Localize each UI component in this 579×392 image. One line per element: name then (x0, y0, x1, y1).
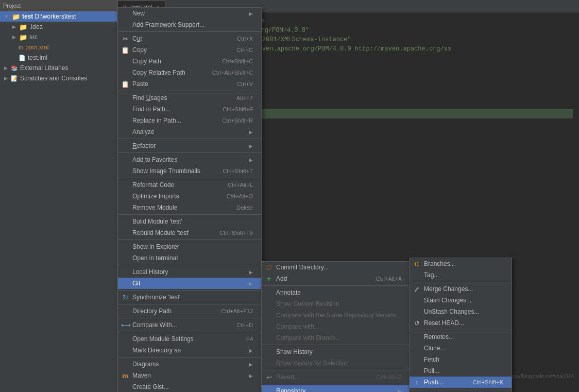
sidebar-item-src[interactable]: ▶ 📁 src (0, 32, 117, 42)
menu-item-synchronize[interactable]: ↻ Synchronize 'test' (118, 292, 261, 303)
menu-item-add-favorites[interactable]: Add to Favorites ▶ (118, 154, 261, 165)
menu-sep-9 (118, 290, 261, 291)
menu-item-find-path[interactable]: Find in Path... Ctrl+Shift+F (118, 104, 261, 115)
menu-item-copy[interactable]: 📋 Copy Ctrl+C (118, 44, 261, 56)
menu-label-replace-path: Replace in Path... (132, 117, 212, 124)
menu-label-show-image: Show Image Thumbnails (132, 167, 212, 175)
menu-item-reset-head[interactable]: ↺ Reset HEAD... (410, 317, 512, 329)
menu-shortcut-copy-path: Ctrl+Shift+C (222, 58, 253, 64)
menu-item-revert: ↩ Revert... Ctrl+Alt+Z (262, 371, 410, 383)
menu-item-compare-with[interactable]: ⟷ Compare With... Ctrl+D (118, 319, 261, 331)
sidebar-header: Project (0, 0, 117, 11)
menu-label-copy: Copy (132, 46, 227, 54)
paste-icon: 📋 (121, 80, 129, 88)
menu-item-tag[interactable]: Tag... (410, 269, 512, 281)
menu-item-stash-changes[interactable]: Stash Changes... (410, 295, 512, 306)
menu-item-rebuild-module[interactable]: Rebuild Module 'test' Ctrl+Shift+F9 (118, 227, 261, 238)
sidebar-item-idea[interactable]: ▶ 📁 .idea (0, 22, 117, 32)
menu-item-commit-dir[interactable]: ⬡ Commit Directory... (262, 262, 410, 273)
menu-item-repository[interactable]: Repository ▶ (262, 385, 410, 392)
menu-label-push: Push... (424, 379, 463, 386)
menu-item-remotes[interactable]: Remotes... (410, 331, 512, 343)
menu-item-pull[interactable]: Pull... (410, 365, 512, 377)
menu-shortcut-rebuild-module: Ctrl+Shift+F9 (219, 230, 253, 236)
menu-item-annotate[interactable]: Annotate (262, 287, 410, 298)
menu-item-merge-changes[interactable]: ⑇ Merge Changes... (410, 283, 512, 295)
sidebar-label-test: test D:\workers\test (22, 13, 76, 20)
menu-item-show-history[interactable]: Show History (262, 346, 410, 357)
expand-arrow: ▶ (12, 35, 16, 40)
submenu-arrow-repository: ▶ (398, 388, 402, 393)
menu-item-build-module[interactable]: Build Module 'test' (118, 216, 261, 227)
submenu-arrow-mark: ▶ (249, 348, 253, 353)
folder-icon: 📁 (12, 13, 20, 21)
menu-item-local-history[interactable]: Local History ▶ (118, 266, 261, 278)
menu-label-revert: Revert... (276, 373, 366, 381)
submenu-arrow-new: ▶ (249, 11, 253, 16)
menu-item-open-terminal[interactable]: Open in terminal (118, 252, 261, 264)
menu-label-unstash-changes: UnStash Changes... (424, 308, 503, 315)
menu-item-create-gist[interactable]: Create Gist... (118, 381, 261, 392)
menu-item-copy-path[interactable]: Copy Path Ctrl+Shift+C (118, 56, 261, 67)
menu-item-show-history-sel: Show History for Selection (262, 357, 410, 369)
menu-item-show-explorer[interactable]: Show in Explorer (118, 241, 261, 252)
menu-item-copy-relative[interactable]: Copy Relative Path Ctrl+Alt+Shift+C (118, 67, 261, 78)
menu-shortcut-paste: Ctrl+V (237, 81, 253, 87)
submenu-arrow-maven: ▶ (249, 373, 253, 379)
push-icon: ↑ (413, 379, 421, 385)
sidebar-item-pomxml[interactable]: m pom.xml (0, 42, 117, 53)
menu-item-reformat[interactable]: Reformat Code Ctrl+Alt+L (118, 179, 261, 191)
menu-label-show-explorer: Show in Explorer (132, 243, 253, 250)
repo-submenu: ⑆ Branches... Tag... ⑇ Merge Changes... … (409, 258, 512, 392)
menu-label-local-history: Local History (132, 268, 249, 276)
sidebar-item-extlibs[interactable]: ▶ 📚 External Libraries (0, 63, 117, 73)
menu-item-paste[interactable]: 📋 Paste Ctrl+V (118, 78, 261, 90)
menu-item-remove-module[interactable]: Remove Module Delete (118, 202, 261, 213)
menu-item-clone[interactable]: Clone... (410, 343, 512, 354)
menu-sep-7 (118, 240, 261, 240)
menu-item-show-image[interactable]: Show Image Thumbnails Ctrl+Shift+T (118, 165, 261, 177)
folder-icon-idea: 📁 (19, 23, 27, 31)
menu-label-mark-directory: Mark Directory as (132, 347, 249, 354)
git-sep-1 (262, 285, 410, 286)
menu-item-maven[interactable]: m Maven ▶ (118, 370, 261, 381)
cut-icon: ✂ (121, 35, 129, 43)
scratch-icon: 📝 (11, 75, 18, 82)
sidebar-item-scratches[interactable]: ▶ 📝 Scratches and Consoles (0, 73, 117, 83)
sidebar-item-test[interactable]: ▼ 📁 test D:\workers\test (0, 11, 117, 22)
menu-item-mark-directory[interactable]: Mark Directory as ▶ (118, 345, 261, 356)
menu-item-open-module-settings[interactable]: Open Module Settings F4 (118, 333, 261, 345)
menu-sep-3 (118, 139, 261, 139)
menu-item-diagrams[interactable]: Diagrams ▶ (118, 359, 261, 370)
menu-label-add: Add (276, 275, 366, 282)
menu-item-fetch[interactable]: Fetch (410, 354, 512, 365)
sidebar-item-testiml[interactable]: 📄 test.iml (0, 53, 117, 63)
menu-item-refactor[interactable]: Refactor ▶ (118, 140, 261, 151)
menu-item-analyze[interactable]: Analyze ▶ (118, 126, 261, 138)
menu-item-add-framework[interactable]: Add Framework Support... (118, 19, 261, 30)
menu-label-annotate: Annotate (276, 289, 402, 296)
add-icon: + (265, 275, 273, 283)
menu-label-find-path: Find in Path... (132, 106, 212, 113)
menu-item-new[interactable]: New ▶ (118, 8, 261, 19)
sidebar-label-idea: .idea (29, 23, 43, 30)
menu-label-reformat: Reformat Code (132, 181, 217, 189)
menu-item-find-usages[interactable]: Find Usages Alt+F7 (118, 92, 261, 104)
menu-label-analyze: Analyze (132, 128, 249, 135)
menu-item-replace-path[interactable]: Replace in Path... Ctrl+Shift+R (118, 115, 261, 126)
menu-label-show-history-sel: Show History for Selection (276, 360, 402, 367)
menu-label-paste: Paste (132, 80, 227, 88)
menu-shortcut-directory-path: Ctrl+Alt+F12 (221, 308, 253, 314)
pom-icon: m (19, 44, 23, 50)
menu-item-optimize-imports[interactable]: Optimize Imports Ctrl+Alt+O (118, 191, 261, 202)
menu-item-git[interactable]: Git ▶ (118, 278, 261, 289)
menu-item-branches[interactable]: ⑆ Branches... (410, 258, 512, 269)
menu-item-cut[interactable]: ✂ Cut Ctrl+X (118, 33, 261, 44)
menu-item-unstash-changes[interactable]: UnStash Changes... (410, 306, 512, 317)
repo-sep-3 (410, 389, 512, 389)
menu-label-fetch: Fetch (424, 356, 503, 363)
menu-item-push[interactable]: ↑ Push... Ctrl+Shift+K (410, 377, 512, 388)
menu-item-add[interactable]: + Add Ctrl+Alt+A (262, 273, 410, 284)
menu-item-directory-path[interactable]: Directory Path Ctrl+Alt+F12 (118, 305, 261, 317)
menu-shortcut-find-path: Ctrl+Shift+F (223, 106, 253, 112)
